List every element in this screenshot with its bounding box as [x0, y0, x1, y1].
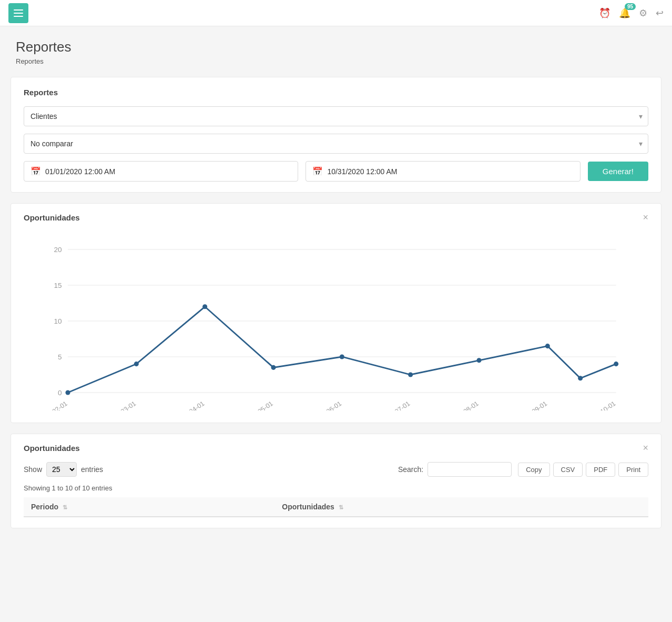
data-table: Periodo ⇅ Oportunidades ⇅ [24, 497, 648, 517]
generate-button[interactable]: Generar! [588, 162, 648, 181]
table-title: Oportunidades [24, 444, 80, 453]
menu-icon-line1 [14, 9, 23, 11]
y-label-5: 5 [58, 353, 62, 361]
data-point-6 [476, 358, 481, 363]
line-chart-svg: 0 5 10 15 20 [24, 232, 648, 410]
print-button[interactable]: Print [618, 463, 648, 477]
chart-section: Oportunidades × 0 5 10 15 20 [11, 203, 661, 423]
chart-line [68, 307, 616, 393]
navbar-left [8, 3, 28, 23]
data-point-7 [545, 344, 550, 348]
breadcrumb: Reportes [16, 57, 656, 65]
search-area: Search: [398, 462, 512, 477]
export-buttons: Copy CSV PDF Print [518, 463, 648, 477]
show-entries: Show 25 10 50 100 entries [24, 462, 103, 477]
table-close-icon[interactable]: × [643, 443, 648, 454]
date-end-input[interactable] [327, 167, 573, 176]
settings-icon[interactable]: ⚙ [639, 7, 647, 19]
table-controls: Show 25 10 50 100 entries Search: Copy C… [24, 462, 648, 477]
date-end-wrapper: 📅 [306, 161, 580, 182]
show-label: Show [24, 465, 42, 474]
date-start-input[interactable] [45, 167, 291, 176]
x-label-3: 2020-05-01 [243, 400, 274, 410]
x-label-4: 2020-06-01 [311, 400, 343, 410]
y-label-20: 20 [54, 246, 63, 254]
compare-select-wrapper: No comparar ▾ [24, 134, 648, 154]
chart-container: 0 5 10 15 20 [24, 232, 648, 412]
report-type-select-wrapper: Clientes ▾ [24, 106, 648, 126]
showing-text: Showing 1 to 10 of 10 entries [24, 484, 648, 492]
data-point-9 [614, 362, 618, 366]
report-type-group: Clientes ▾ [24, 106, 648, 126]
search-input[interactable] [427, 462, 512, 477]
calendar-end-icon: 📅 [312, 166, 323, 176]
calendar-start-icon: 📅 [30, 166, 41, 176]
report-type-select[interactable]: Clientes [24, 107, 648, 126]
entries-label: entries [81, 465, 103, 474]
data-point-2 [202, 304, 207, 309]
x-label-1: 2020-03-01 [106, 400, 137, 410]
csv-button[interactable]: CSV [553, 463, 583, 477]
data-point-3 [271, 365, 276, 370]
x-label-8: 2020-10-01 [585, 400, 617, 410]
menu-icon-line2 [14, 13, 23, 14]
col-periodo[interactable]: Periodo ⇅ [24, 497, 274, 517]
form-card-title: Reportes [24, 88, 648, 97]
table-header-row: Periodo ⇅ Oportunidades ⇅ [24, 497, 648, 517]
data-point-8 [578, 376, 583, 380]
entries-count-select[interactable]: 25 10 50 100 [46, 462, 77, 477]
compare-select[interactable]: No comparar [24, 134, 648, 153]
date-start-wrapper: 📅 [24, 161, 298, 182]
menu-button[interactable] [8, 3, 28, 23]
table-head: Periodo ⇅ Oportunidades ⇅ [24, 497, 648, 517]
x-label-2: 2020-04-01 [174, 400, 206, 410]
data-point-0 [65, 390, 70, 395]
table-section: Oportunidades × Show 25 10 50 100 entrie… [11, 434, 661, 528]
y-label-10: 10 [54, 317, 63, 325]
y-label-0: 0 [58, 389, 62, 397]
x-label-0: 2020-02-01 [37, 400, 69, 410]
chart-close-icon[interactable]: × [643, 212, 648, 223]
copy-button[interactable]: Copy [518, 463, 549, 477]
notification-badge: 95 [625, 3, 636, 10]
col-oportunidades[interactable]: Oportunidades ⇅ [274, 497, 648, 517]
sort-icon-oportunidades: ⇅ [339, 504, 343, 510]
bell-icon[interactable]: 🔔 95 [619, 7, 630, 19]
search-label: Search: [398, 465, 423, 474]
x-label-5: 2020-07-01 [380, 400, 411, 410]
compare-group: No comparar ▾ [24, 134, 648, 154]
page-title: Reportes [16, 39, 656, 55]
chart-title: Oportunidades [24, 213, 80, 222]
page-header: Reportes Reportes [0, 26, 672, 72]
navbar: ⏰ 🔔 95 ⚙ ↩ [0, 0, 672, 26]
x-label-6: 2020-08-01 [449, 400, 480, 410]
chart-header: Oportunidades × [24, 212, 648, 223]
sort-icon-periodo: ⇅ [63, 504, 67, 510]
table-header: Oportunidades × [24, 443, 648, 454]
data-point-5 [408, 372, 413, 377]
x-label-7: 2020-09-01 [517, 400, 548, 410]
navbar-right: ⏰ 🔔 95 ⚙ ↩ [599, 7, 664, 19]
pdf-button[interactable]: PDF [586, 463, 615, 477]
date-row: 📅 📅 Generar! [24, 161, 648, 182]
menu-icon-line3 [14, 16, 23, 17]
logout-icon[interactable]: ↩ [656, 7, 664, 19]
search-and-export: Search: Copy CSV PDF Print [398, 462, 648, 477]
clock-icon[interactable]: ⏰ [599, 7, 610, 19]
data-point-4 [340, 354, 344, 359]
data-point-1 [134, 362, 139, 366]
form-card: Reportes Clientes ▾ No comparar ▾ 📅 📅 Ge… [11, 77, 661, 193]
y-label-15: 15 [54, 282, 62, 289]
